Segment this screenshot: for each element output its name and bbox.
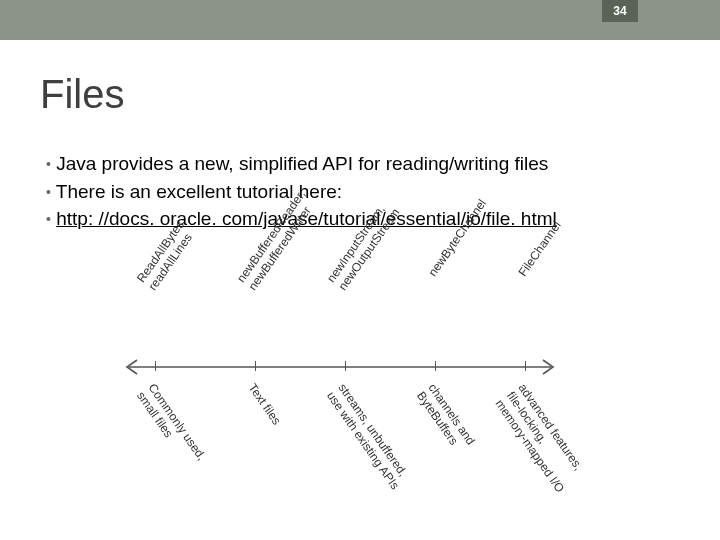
axis-bottom-label: advanced features,file-locking,memory-ma… [493, 381, 596, 503]
axis-bottom-label: Text files [246, 381, 326, 487]
tick-mark [525, 361, 526, 371]
page-number: 34 [602, 0, 638, 22]
page-title: Files [40, 72, 124, 117]
tick-mark [255, 361, 256, 371]
axis-bottom-label: streams, unbuffered,use with existing AP… [324, 381, 416, 495]
complexity-axis-diagram: ReadAllBytesreadAllLines newBufferedRead… [125, 275, 555, 455]
axis-bottom-label: channels andByteBuffers [414, 381, 506, 495]
bullet-text: Java provides a new, simplified API for … [56, 153, 548, 174]
bullet-dot: • [46, 211, 51, 227]
tick-mark [155, 361, 156, 371]
bullet-dot: • [46, 184, 51, 200]
axis-bottom-label: Commonly used,small files [134, 381, 226, 495]
axis-arrow [125, 355, 555, 379]
list-item: • Java provides a new, simplified API fo… [46, 150, 557, 178]
bullet-dot: • [46, 156, 51, 172]
tick-mark [345, 361, 346, 371]
tick-mark [435, 361, 436, 371]
